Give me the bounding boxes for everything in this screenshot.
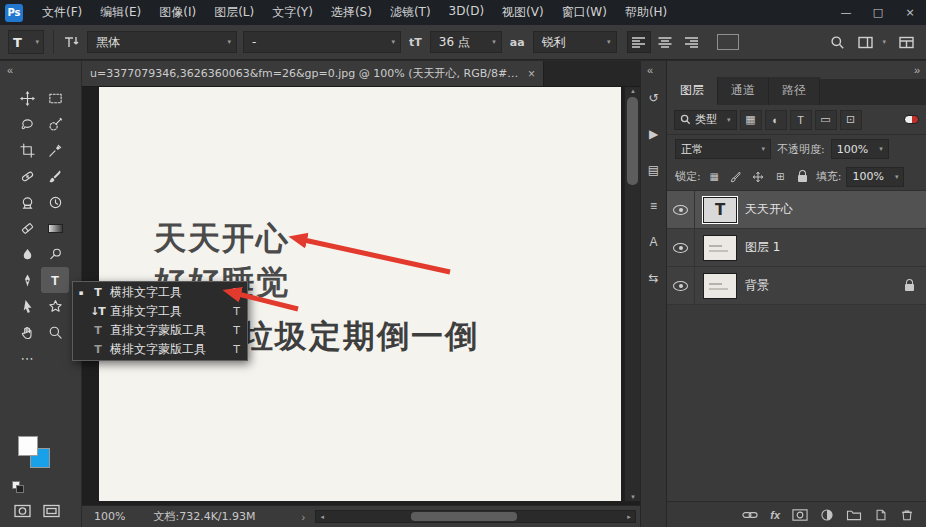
menu-filter[interactable]: 滤镜(T) xyxy=(381,0,440,25)
lock-pixels-button[interactable] xyxy=(728,168,745,185)
quick-selection-tool[interactable] xyxy=(41,111,69,137)
menu-view[interactable]: 视图(V) xyxy=(493,0,553,25)
delete-layer-button[interactable] xyxy=(900,508,914,522)
path-selection-tool[interactable] xyxy=(13,293,41,319)
new-layer-button[interactable] xyxy=(874,508,888,522)
zoom-level[interactable]: 100% xyxy=(94,510,125,523)
blur-tool[interactable] xyxy=(13,241,41,267)
tab-channels[interactable]: 通道 xyxy=(718,77,769,105)
dodge-tool[interactable] xyxy=(41,241,69,267)
scroll-down-icon[interactable]: ▼ xyxy=(625,494,640,500)
layer-name[interactable]: 天天开心 xyxy=(745,201,793,218)
tab-paths[interactable]: 路径 xyxy=(769,77,820,105)
fill-select[interactable]: 100% ▾ xyxy=(846,167,904,187)
font-size-select[interactable]: 36 点 ▾ xyxy=(430,31,502,53)
shape-tool[interactable] xyxy=(41,293,69,319)
maximize-button[interactable]: □ xyxy=(862,0,894,25)
text-color-swatch[interactable] xyxy=(717,34,739,50)
lasso-tool[interactable] xyxy=(13,111,41,137)
hand-tool[interactable] xyxy=(13,319,41,345)
tool-preset-picker[interactable]: T ▾ xyxy=(8,30,44,54)
add-adjustment-layer-button[interactable] xyxy=(820,508,834,522)
lock-transparency-button[interactable]: ▦ xyxy=(706,168,723,185)
arrange-documents-button[interactable] xyxy=(899,36,914,49)
layer-thumbnail[interactable] xyxy=(703,273,737,299)
layer-row-image[interactable]: 图层 1 xyxy=(667,229,926,267)
brush-tool[interactable] xyxy=(41,163,69,189)
layer-thumbnail[interactable] xyxy=(703,235,737,261)
search-button[interactable] xyxy=(830,35,845,50)
close-button[interactable]: × xyxy=(894,0,926,25)
new-group-button[interactable] xyxy=(846,508,862,521)
menu-edit[interactable]: 编辑(E) xyxy=(91,0,150,25)
gradient-tool[interactable] xyxy=(41,215,69,241)
move-tool[interactable] xyxy=(13,85,41,111)
toggle-text-orientation-button[interactable] xyxy=(63,34,81,50)
layer-filter-toggle[interactable] xyxy=(904,115,919,124)
type-tool[interactable]: T xyxy=(41,267,69,293)
layer-style-button[interactable]: fx xyxy=(770,509,780,521)
default-colors-icon[interactable] xyxy=(12,481,26,495)
tab-layers[interactable]: 图层 xyxy=(667,77,718,105)
paragraph-panel-button[interactable]: ≡ xyxy=(643,195,665,217)
menu-layer[interactable]: 图层(L) xyxy=(205,0,263,25)
eyedropper-tool[interactable] xyxy=(41,137,69,163)
quick-mask-button[interactable] xyxy=(14,504,31,518)
history-brush-tool[interactable] xyxy=(41,189,69,215)
healing-brush-tool[interactable] xyxy=(13,163,41,189)
collapse-panels-button[interactable]: » xyxy=(914,64,919,76)
clone-stamp-tool[interactable] xyxy=(13,189,41,215)
document-tab[interactable]: u=3377079346,3626360063&fm=26&gp=0.jpg @… xyxy=(82,61,544,86)
pen-tool[interactable] xyxy=(13,267,41,293)
menu-3d[interactable]: 3D(D) xyxy=(440,0,493,25)
status-options-chevron[interactable]: › xyxy=(302,511,306,523)
layer-thumbnail[interactable]: T xyxy=(703,197,737,223)
add-layer-mask-button[interactable] xyxy=(792,508,808,522)
filter-smart-objects-button[interactable]: ⊡ xyxy=(840,110,862,130)
layer-row-background[interactable]: 背景 xyxy=(667,267,926,305)
minimize-button[interactable]: — xyxy=(830,0,862,25)
opacity-select[interactable]: 100% ▾ xyxy=(831,139,889,159)
vertical-scrollbar-thumb[interactable] xyxy=(627,97,638,185)
menu-window[interactable]: 窗口(W) xyxy=(553,0,616,25)
layer-row-text[interactable]: T 天天开心 xyxy=(667,191,926,229)
collapse-toolbar-button[interactable]: « xyxy=(7,64,12,76)
anti-alias-select[interactable]: 锐利 ▾ xyxy=(533,31,617,53)
menu-item-horizontal-type-tool[interactable]: ▪ T 横排文字工具 T xyxy=(73,283,247,302)
menu-help[interactable]: 帮助(H) xyxy=(616,0,676,25)
filter-pixel-layers-button[interactable]: ▦ xyxy=(740,110,762,130)
layer-name[interactable]: 背景 xyxy=(745,277,769,294)
align-left-button[interactable] xyxy=(627,31,651,53)
zoom-tool[interactable] xyxy=(41,319,69,345)
clone-source-panel-button[interactable]: ⇆ xyxy=(643,267,665,289)
filter-kind-select[interactable]: 类型 ▾ xyxy=(674,110,737,130)
history-panel-button[interactable]: ↺ xyxy=(643,87,665,109)
scroll-left-icon[interactable]: ◂ xyxy=(316,513,328,521)
horizontal-scrollbar-thumb[interactable] xyxy=(411,512,517,521)
actions-panel-button[interactable]: ▶ xyxy=(643,123,665,145)
foreground-color-swatch[interactable] xyxy=(18,436,38,456)
layer-name[interactable]: 图层 1 xyxy=(745,239,780,256)
menu-type[interactable]: 文字(Y) xyxy=(263,0,322,25)
properties-panel-button[interactable]: ▤ xyxy=(643,159,665,181)
horizontal-scrollbar[interactable]: ◂ ▸ xyxy=(315,510,636,523)
lock-artboard-button[interactable]: ⊞ xyxy=(772,168,789,185)
visibility-toggle[interactable] xyxy=(667,191,695,228)
scroll-up-icon[interactable]: ▲ xyxy=(625,88,640,94)
vertical-scrollbar[interactable]: ▲ ▼ xyxy=(624,87,640,501)
marquee-tool[interactable] xyxy=(41,85,69,111)
eraser-tool[interactable] xyxy=(13,215,41,241)
filter-type-layers-button[interactable]: T xyxy=(790,110,812,130)
filter-adjustment-layers-button[interactable]: ◐ xyxy=(765,110,787,130)
font-family-select[interactable]: 黑体 ▾ xyxy=(87,31,237,53)
menu-select[interactable]: 选择(S) xyxy=(322,0,381,25)
visibility-toggle[interactable] xyxy=(667,229,695,266)
menu-item-vertical-type-mask-tool[interactable]: T 直排文字蒙版工具 T xyxy=(73,321,247,340)
menu-image[interactable]: 图像(I) xyxy=(150,0,205,25)
align-right-button[interactable] xyxy=(679,31,703,53)
lock-all-button[interactable] xyxy=(794,168,811,185)
blend-mode-select[interactable]: 正常 ▾ xyxy=(675,139,771,159)
character-panel-button[interactable]: A xyxy=(643,231,665,253)
menu-item-horizontal-type-mask-tool[interactable]: T 横排文字蒙版工具 T xyxy=(73,340,247,359)
menu-item-vertical-type-tool[interactable]: ↓T 直排文字工具 T xyxy=(73,302,247,321)
